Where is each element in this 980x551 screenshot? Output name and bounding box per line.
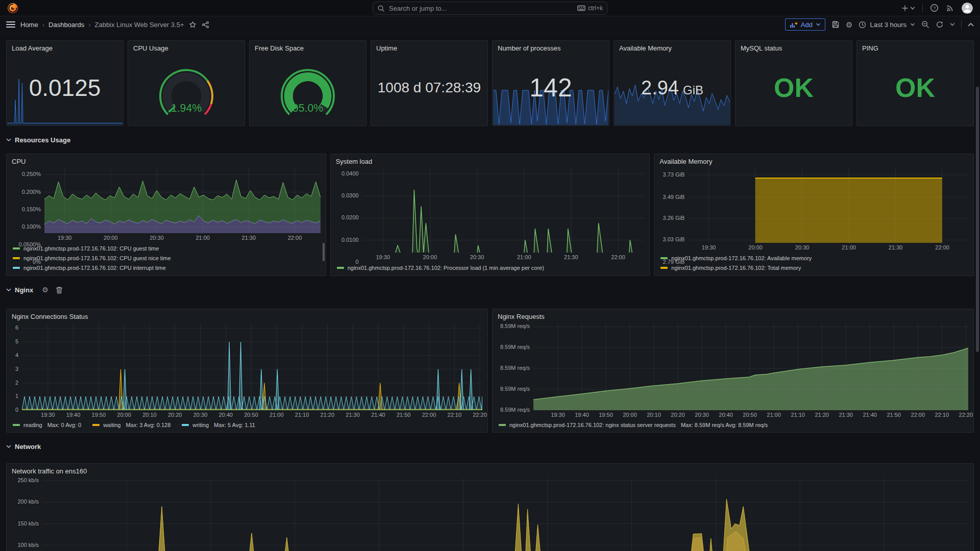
news-rss-icon[interactable] — [946, 4, 954, 12]
search-placeholder: Search or jump to... — [389, 5, 573, 12]
panel-cpu-chart: CPU 0%0.0500%0.100%0.150%0.200%0.250% 19… — [6, 154, 326, 276]
row-delete-trash-icon[interactable] — [56, 286, 63, 294]
y-axis-tick: 5 — [15, 338, 18, 344]
legend-item[interactable]: writingMax: 5 Avg: 1.11 — [182, 422, 255, 428]
panel-load-average: Load Average 0.0125 — [6, 40, 124, 126]
keyboard-icon — [577, 5, 585, 11]
svg-text:1.94%: 1.94% — [171, 102, 202, 114]
y-axis-tick: 2 — [15, 380, 18, 386]
panel-title[interactable]: Number of processes — [493, 41, 609, 54]
y-axis-tick: 100 kb/s — [17, 542, 39, 548]
divider — [961, 20, 962, 29]
x-axis-tick: 20:00 — [95, 235, 126, 241]
x-axis-tick: 19:30 — [694, 244, 724, 251]
legend-item[interactable]: waitingMax: 3 Avg: 0.128 — [92, 422, 170, 428]
menu-icon[interactable] — [6, 21, 15, 28]
add-panel-button[interactable]: Add — [785, 18, 825, 31]
panel-number-of-processes: Number of processes 142 — [492, 40, 609, 126]
panel-title[interactable]: System load — [331, 154, 650, 167]
stat-value: 0.0125 — [10, 53, 120, 122]
page-scrollbar[interactable] — [976, 87, 979, 352]
legend-swatch — [337, 267, 344, 269]
refresh-interval-chevron-icon[interactable] — [950, 22, 955, 27]
panel-title[interactable]: Uptime — [371, 41, 487, 54]
legend-swatch — [182, 424, 189, 426]
legend-item[interactable]: nginx01.ghmctsp.prod-172.16.76.102: ngin… — [499, 422, 768, 428]
top-nav: Search or jump to... ctrl+k ? — [0, 0, 980, 16]
chart-canvas[interactable] — [44, 168, 321, 233]
row-header-nginx[interactable]: Nginx ⚙ — [6, 283, 974, 296]
y-axis-tick: 3.26 GiB — [663, 215, 685, 221]
stat-value: OK — [860, 53, 970, 122]
time-range-label: Last 3 hours — [870, 21, 906, 29]
add-button-label: Add — [801, 21, 813, 29]
x-axis-tick: 21:00 — [509, 254, 540, 260]
y-axis-tick: 4 — [15, 352, 18, 358]
user-avatar[interactable] — [962, 3, 973, 14]
panel-title[interactable]: Available Memory — [614, 41, 730, 54]
y-axis-tick: 3 — [15, 366, 18, 372]
x-axis-tick: 21:30 — [880, 244, 911, 251]
legend-item[interactable]: nginx01.ghmctsp.prod-172.16.76.102: Tota… — [660, 263, 968, 272]
help-icon[interactable]: ? — [930, 4, 939, 12]
panel-mysql-status: MySQL status OK — [735, 40, 852, 126]
grafana-logo-icon[interactable] — [7, 3, 18, 14]
panel-title[interactable]: Load Average — [7, 41, 123, 54]
panel-title[interactable]: Available Memory — [654, 154, 973, 167]
legend-item[interactable]: nginx01.ghmctsp.prod-172.16.76.102: Avai… — [660, 253, 968, 263]
legend-item[interactable]: nginx01.ghmctsp.prod-172.16.76.102: CPU … — [13, 243, 321, 253]
dashboard-toolbar: Home › Dashboards › Zabbix Linux Web Ser… — [0, 16, 980, 33]
panel-title[interactable]: Nginx Connections Status — [7, 309, 487, 322]
chart-legend: readingMax: 0 Avg: 0waitingMax: 3 Avg: 0… — [12, 419, 482, 429]
legend-item[interactable]: nginx01.ghmctsp.prod-172.16.76.102: CPU … — [13, 253, 321, 263]
legend-item[interactable]: nginx01.ghmctsp.prod-172.16.76.102: CPU … — [13, 263, 321, 272]
x-axis-tick: 20:00 — [414, 254, 445, 260]
chart-canvas[interactable] — [533, 323, 968, 410]
favorite-star-icon[interactable] — [189, 21, 197, 29]
panel-cpu-usage: CPU Usage 1.94% — [128, 40, 245, 126]
x-axis-tick: 22:00 — [280, 235, 310, 241]
stat-value: 142 — [496, 53, 606, 122]
zoom-out-icon[interactable] — [921, 20, 929, 29]
refresh-icon[interactable] — [936, 20, 944, 29]
y-axis-tick: 150 kb/s — [17, 520, 39, 527]
panel-title[interactable]: CPU Usage — [128, 41, 244, 54]
time-range-picker[interactable]: Last 3 hours — [859, 21, 915, 29]
panel-title[interactable]: Network traffic on ens160 — [7, 464, 973, 477]
chart-canvas[interactable] — [22, 323, 482, 410]
stat-value: 1008 d 07:28:39 — [374, 53, 484, 122]
y-axis-tick: 0.0400 — [341, 170, 359, 177]
search-shortcut: ctrl+k — [577, 5, 603, 12]
legend-swatch — [499, 424, 506, 426]
search-input[interactable]: Search or jump to... ctrl+k — [373, 2, 607, 15]
panel-title[interactable]: Nginx Requests — [493, 309, 973, 322]
panel-available-memory-chart: Available Memory 2.79 GiB3.03 GiB3.26 Gi… — [654, 154, 974, 276]
collapse-topbar-chevron-up-icon[interactable] — [968, 22, 974, 27]
dashboard-settings-gear-icon[interactable]: ⚙ — [846, 21, 852, 29]
panel-title[interactable]: Free Disk Space — [250, 41, 366, 54]
legend-scrollbar[interactable] — [323, 243, 325, 261]
chart-canvas[interactable] — [42, 478, 968, 551]
row-header-resources-usage[interactable]: Resources Usage — [6, 133, 974, 146]
row-settings-gear-icon[interactable]: ⚙ — [42, 286, 48, 293]
share-icon[interactable] — [202, 21, 209, 29]
save-dashboard-icon[interactable] — [831, 20, 840, 29]
row-header-network[interactable]: Network — [6, 440, 974, 453]
chart-canvas[interactable] — [688, 168, 968, 243]
breadcrumb-dashboards[interactable]: Dashboards — [48, 21, 84, 29]
x-axis-tick: 22:00 — [927, 244, 958, 251]
breadcrumb-home[interactable]: Home — [20, 21, 38, 29]
new-item-button[interactable] — [901, 5, 915, 12]
panel-title[interactable]: PING — [857, 41, 973, 54]
legend-item[interactable]: nginx01.ghmctsp.prod-172.16.76.102: Proc… — [337, 263, 645, 272]
legend-swatch — [13, 267, 20, 269]
x-axis-tick: 22:20 — [464, 412, 488, 418]
panel-title[interactable]: CPU — [7, 154, 326, 167]
legend-item[interactable]: readingMax: 0 Avg: 0 — [13, 422, 81, 428]
x-axis-tick: 21:00 — [834, 244, 864, 251]
panel-title[interactable]: MySQL status — [736, 41, 852, 54]
y-axis-tick: 0.100% — [22, 223, 41, 230]
chart-canvas[interactable] — [362, 168, 645, 253]
x-axis-tick: 22:00 — [603, 254, 633, 260]
dashboard-canvas: Load Average 0.0125 CPU Usage 1.94% Free… — [0, 33, 980, 551]
